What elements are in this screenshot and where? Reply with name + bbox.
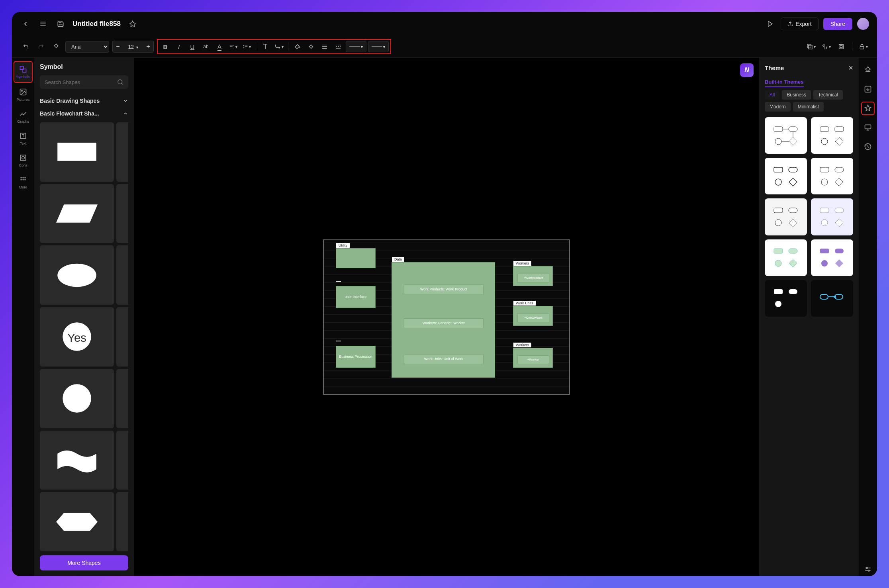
box-worker[interactable]: +Worker bbox=[517, 355, 549, 364]
box-utility[interactable]: Utility bbox=[336, 248, 376, 268]
search-input[interactable] bbox=[45, 79, 117, 85]
font-size-plus[interactable]: + bbox=[143, 41, 153, 52]
shape-yes[interactable]: Yes bbox=[40, 307, 114, 367]
text-tool-button[interactable]: T bbox=[259, 41, 271, 53]
theme-card[interactable] bbox=[765, 280, 807, 317]
play-button[interactable] bbox=[765, 18, 776, 29]
filter-technical[interactable]: Technical bbox=[813, 90, 843, 100]
underline-button[interactable]: U bbox=[186, 41, 198, 53]
back-button[interactable] bbox=[20, 18, 31, 29]
right-rail-import[interactable] bbox=[861, 82, 875, 96]
line-start-select[interactable]: ▾ bbox=[346, 41, 366, 52]
export-button[interactable]: Export bbox=[781, 18, 818, 30]
rail-text[interactable]: Text bbox=[14, 128, 33, 149]
shape-database[interactable] bbox=[116, 307, 128, 367]
section-basic-flowchart[interactable]: Basic Flowchart Sha... bbox=[40, 107, 128, 120]
line-end-select[interactable]: ▾ bbox=[368, 41, 389, 52]
theme-tab-builtin[interactable]: Built-in Themes bbox=[765, 79, 804, 87]
align-button[interactable]: ▾ bbox=[227, 41, 239, 53]
theme-card[interactable] bbox=[811, 198, 853, 235]
theme-card[interactable] bbox=[811, 280, 853, 317]
box-workers-generic[interactable]: Workers: Generic:: Worker bbox=[404, 318, 484, 328]
shape-rounded-rect[interactable] bbox=[116, 122, 128, 182]
bold-button[interactable]: B bbox=[159, 41, 171, 53]
box-workers[interactable]: Workers +Workproduct bbox=[513, 266, 553, 286]
font-size-value[interactable]: 12 ▾ bbox=[123, 44, 143, 50]
right-rail-settings[interactable] bbox=[861, 563, 875, 576]
box-workers-3[interactable]: Workers +Worker bbox=[513, 348, 553, 368]
theme-card[interactable] bbox=[811, 158, 853, 194]
redo-button[interactable] bbox=[35, 41, 47, 53]
shape-circle[interactable] bbox=[116, 245, 128, 305]
right-rail-history[interactable] bbox=[861, 140, 875, 153]
right-rail-theme[interactable] bbox=[861, 102, 875, 115]
filter-minimalist[interactable]: Minimalist bbox=[793, 102, 824, 112]
theme-card[interactable] bbox=[765, 198, 807, 235]
format-painter-button[interactable] bbox=[50, 41, 62, 53]
shape-direct-data[interactable] bbox=[116, 369, 128, 428]
theme-card[interactable] bbox=[811, 117, 853, 154]
font-size-minus[interactable]: − bbox=[113, 41, 123, 52]
share-button[interactable]: Share bbox=[823, 18, 852, 30]
box-unitofwork[interactable]: +UnitOfWork bbox=[517, 314, 549, 322]
theme-card[interactable] bbox=[811, 239, 853, 276]
filter-business[interactable]: Business bbox=[782, 90, 811, 100]
box-work-units[interactable]: Work Units: Unit of Work bbox=[404, 354, 484, 364]
lock-button[interactable]: ▾ bbox=[857, 41, 869, 53]
highlight-button[interactable] bbox=[305, 41, 317, 53]
font-select[interactable]: Arial bbox=[65, 41, 109, 53]
canvas-frame[interactable]: Utility user Interface Business Processi… bbox=[323, 239, 570, 395]
shape-rect[interactable] bbox=[40, 122, 114, 182]
shape-delay[interactable] bbox=[116, 431, 128, 490]
avatar[interactable] bbox=[857, 18, 869, 30]
box-business[interactable]: Business Procession bbox=[336, 346, 376, 368]
shape-connector-circle[interactable] bbox=[40, 369, 114, 428]
line-dash-button[interactable] bbox=[332, 41, 344, 53]
shape-parallelogram[interactable] bbox=[40, 184, 114, 243]
save-icon[interactable] bbox=[55, 18, 66, 29]
more-shapes-button[interactable]: More Shapes bbox=[40, 555, 128, 570]
rail-pictures[interactable]: Pictures bbox=[14, 84, 33, 105]
box-data[interactable]: Data Work Products: Work Product Workers… bbox=[392, 262, 495, 378]
text-case-button[interactable]: ab bbox=[200, 41, 212, 53]
flip-button[interactable]: ▾ bbox=[820, 41, 832, 53]
shape-blank1[interactable] bbox=[116, 492, 128, 551]
right-rail-fill[interactable] bbox=[861, 63, 875, 77]
line-weight-button[interactable] bbox=[319, 41, 331, 53]
search-shapes[interactable] bbox=[40, 75, 128, 89]
close-theme-button[interactable]: × bbox=[848, 63, 853, 73]
theme-card[interactable] bbox=[765, 158, 807, 194]
shape-wave[interactable] bbox=[40, 431, 114, 490]
ai-badge[interactable]: N bbox=[740, 63, 754, 77]
filter-modern[interactable]: Modern bbox=[765, 102, 791, 112]
theme-card[interactable] bbox=[765, 117, 807, 154]
shape-hexagon[interactable] bbox=[40, 492, 114, 551]
fill-button[interactable] bbox=[292, 41, 304, 53]
layers-button[interactable]: ▾ bbox=[805, 41, 817, 53]
rail-graphs[interactable]: Graphs bbox=[14, 106, 33, 127]
canvas-area[interactable]: N Utility user Interface Business Proces… bbox=[134, 58, 759, 576]
rail-symbols[interactable]: Symbols bbox=[14, 61, 33, 83]
group-button[interactable] bbox=[835, 41, 847, 53]
box-user-interface[interactable]: user Interface bbox=[336, 286, 376, 308]
filter-all[interactable]: All bbox=[765, 90, 779, 100]
theme-card[interactable] bbox=[765, 239, 807, 276]
shape-pill[interactable] bbox=[116, 184, 128, 243]
star-button[interactable] bbox=[127, 18, 138, 29]
box-work-units-2[interactable]: Work Units +UnitOfWork bbox=[513, 306, 553, 326]
box-workproduct[interactable]: +Workproduct bbox=[517, 274, 549, 282]
undo-button[interactable] bbox=[20, 41, 32, 53]
svg-rect-92 bbox=[774, 208, 783, 213]
font-color-button[interactable]: A bbox=[213, 41, 225, 53]
menu-button[interactable] bbox=[37, 18, 49, 29]
rail-icons[interactable]: Icons bbox=[14, 150, 33, 171]
line-height-button[interactable]: ▾ bbox=[241, 41, 253, 53]
right-rail-present[interactable] bbox=[861, 121, 875, 134]
connector-button[interactable]: ▾ bbox=[273, 41, 285, 53]
left-rail: Symbols Pictures Graphs Text Icons More bbox=[12, 58, 34, 576]
italic-button[interactable]: I bbox=[173, 41, 185, 53]
shape-ellipse[interactable] bbox=[40, 245, 114, 305]
box-work-products[interactable]: Work Products: Work Product bbox=[404, 284, 484, 294]
section-basic-drawing[interactable]: Basic Drawing Shapes bbox=[40, 94, 128, 107]
rail-more[interactable]: More bbox=[14, 172, 33, 192]
